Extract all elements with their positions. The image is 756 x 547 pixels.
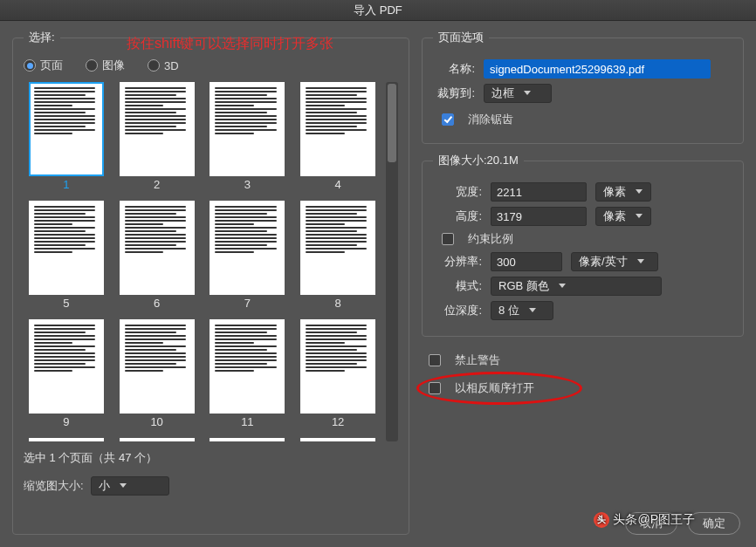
thumbnail-preview	[120, 319, 195, 414]
scrollbar-thumb[interactable]	[388, 84, 396, 162]
thumbnail-label: 3	[244, 178, 251, 191]
page-thumbnail[interactable]: 8	[295, 201, 381, 314]
watermark-text: 头条@P图王子	[613, 512, 695, 528]
chevron-down-icon	[633, 210, 645, 222]
page-thumbnail[interactable]	[24, 438, 109, 441]
thumbnail-preview	[300, 82, 375, 176]
select-group-legend: 选择:	[24, 30, 60, 45]
page-thumbnail[interactable]: 2	[114, 82, 200, 195]
suppress-warnings-label: 禁止警告	[455, 352, 500, 368]
thumbnail-preview	[29, 201, 104, 295]
thumbnail-label: 9	[63, 415, 69, 428]
image-size-legend: 图像大小:20.1M	[433, 153, 524, 168]
thumbnail-preview	[120, 201, 195, 295]
width-label: 宽度:	[433, 184, 482, 200]
page-thumbnail[interactable]	[295, 438, 381, 441]
thumbnail-label: 8	[335, 297, 341, 310]
thumbnail-preview	[29, 319, 104, 414]
page-thumbnail[interactable]: 11	[205, 319, 291, 433]
resolution-unit: 像素/英寸	[579, 254, 628, 270]
titlebar: 导入 PDF	[0, 0, 756, 21]
name-input[interactable]	[484, 59, 711, 79]
thumb-size-dropdown[interactable]: 小	[91, 476, 169, 496]
radio-page-label: 页面	[40, 58, 63, 73]
resolution-input[interactable]	[491, 252, 562, 271]
suppress-warnings-checkbox[interactable]	[429, 354, 441, 366]
watermark-logo-icon: 头	[594, 512, 609, 528]
radio-3d[interactable]: 3D	[148, 59, 179, 72]
thumbnail-label: 6	[154, 297, 160, 310]
thumbnail-label: 12	[332, 415, 344, 428]
page-thumbnail[interactable]: 1	[24, 82, 109, 195]
height-unit: 像素	[603, 209, 626, 224]
reverse-order-checkbox[interactable]	[429, 382, 441, 394]
resolution-label: 分辨率:	[433, 254, 482, 270]
thumbnail-preview	[300, 201, 375, 295]
crop-label: 裁剪到:	[433, 85, 475, 101]
crop-value: 边框	[491, 85, 514, 101]
constrain-label: 约束比例	[468, 231, 513, 247]
thumbnail-preview	[210, 201, 285, 295]
antialias-checkbox[interactable]	[442, 113, 454, 126]
page-thumbnail[interactable]: 3	[205, 82, 291, 195]
height-input[interactable]	[491, 207, 587, 226]
chevron-down-icon	[526, 304, 539, 317]
radio-image[interactable]: 图像	[86, 58, 125, 73]
import-pdf-dialog: 导入 PDF 按住shift键可以选择同时打开多张 选择: 页面 图像	[0, 0, 756, 547]
thumbnail-scrollbar[interactable]	[386, 82, 398, 441]
page-thumbnail[interactable]: 5	[24, 201, 109, 314]
radio-dot-icon	[148, 59, 160, 72]
height-label: 高度:	[433, 209, 482, 224]
page-thumbnail[interactable]: 4	[295, 82, 381, 195]
width-input[interactable]	[491, 182, 587, 202]
radio-page[interactable]: 页面	[24, 58, 63, 73]
thumb-size-label: 缩览图大小:	[24, 478, 84, 494]
mode-dropdown[interactable]: RGB 颜色	[491, 277, 662, 296]
thumb-size-value: 小	[99, 478, 110, 494]
page-thumbnail[interactable]	[114, 438, 200, 441]
page-thumbnail[interactable]: 10	[114, 319, 200, 433]
thumbnail-label: 2	[154, 178, 160, 191]
selection-status: 选中 1 个页面（共 47 个）	[24, 450, 398, 466]
window-title: 导入 PDF	[354, 3, 402, 18]
thumbnail-label: 11	[241, 415, 253, 428]
depth-dropdown[interactable]: 8 位	[491, 301, 553, 320]
thumbnail-label: 1	[63, 178, 69, 191]
thumbnail-preview	[29, 438, 104, 441]
page-options-legend: 页面选项	[433, 30, 489, 45]
thumbnail-preview	[29, 82, 104, 176]
page-thumbnail[interactable]: 9	[24, 319, 109, 433]
name-label: 名称:	[433, 61, 475, 77]
chevron-down-icon	[117, 480, 129, 492]
depth-label: 位深度:	[433, 303, 482, 318]
thumbnail-preview	[210, 438, 285, 441]
thumbnail-grid: 123456789101112	[24, 82, 381, 441]
chevron-down-icon	[521, 87, 533, 99]
thumbnail-label: 5	[63, 297, 69, 310]
watermark: 头 头条@P图王子	[594, 512, 695, 528]
annotation-text: 按住shift键可以选择同时打开多张	[127, 35, 333, 53]
page-thumbnail[interactable]: 12	[295, 319, 381, 433]
page-thumbnail[interactable]: 7	[205, 201, 291, 314]
thumbnail-preview	[120, 438, 195, 441]
thumbnail-label: 4	[335, 178, 341, 191]
chevron-down-icon	[633, 186, 645, 198]
chevron-down-icon	[635, 256, 647, 268]
constrain-checkbox[interactable]	[442, 233, 454, 245]
thumbnail-preview	[210, 319, 285, 414]
thumbnail-label: 10	[150, 415, 162, 428]
radio-image-label: 图像	[102, 58, 125, 73]
radio-3d-label: 3D	[164, 59, 179, 72]
ok-button[interactable]: 确定	[688, 512, 740, 535]
chevron-down-icon	[556, 280, 568, 292]
width-unit-dropdown[interactable]: 像素	[595, 182, 651, 202]
resolution-unit-dropdown[interactable]: 像素/英寸	[571, 252, 658, 271]
reverse-order-label: 以相反顺序打开	[455, 380, 534, 396]
height-unit-dropdown[interactable]: 像素	[595, 207, 651, 226]
page-options-group: 页面选项 名称: 裁剪到: 边框 消除锯齿	[422, 30, 744, 144]
thumbnail-label: 7	[244, 297, 251, 310]
crop-dropdown[interactable]: 边框	[484, 84, 552, 103]
antialias-label: 消除锯齿	[468, 112, 513, 127]
page-thumbnail[interactable]	[205, 438, 291, 441]
page-thumbnail[interactable]: 6	[114, 201, 200, 314]
